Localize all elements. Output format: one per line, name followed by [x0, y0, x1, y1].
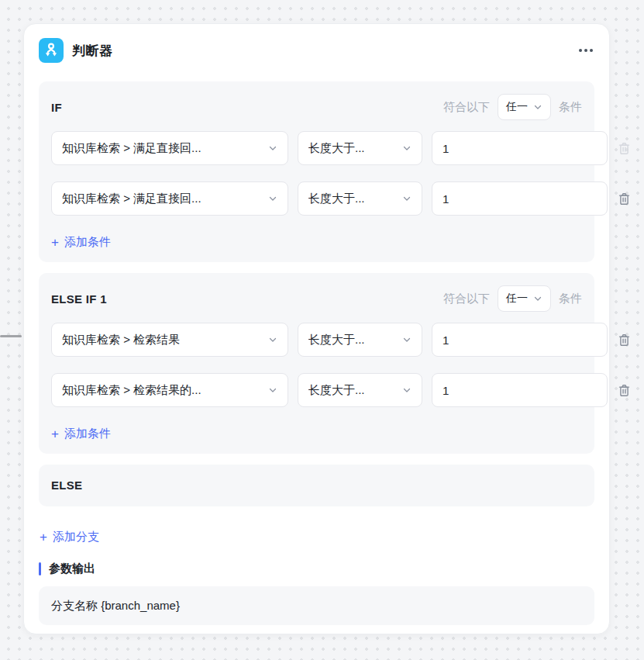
operator-select[interactable]: 长度大于...	[298, 181, 422, 216]
plus-icon: +	[51, 236, 59, 249]
match-prefix-label: 符合以下	[443, 292, 490, 306]
operator-select[interactable]: 长度大于...	[298, 131, 422, 165]
operator-select[interactable]: 长度大于...	[298, 373, 422, 407]
operator-select-value: 长度大于...	[308, 383, 396, 398]
chevron-down-icon	[402, 143, 412, 153]
variable-select-value: 知识库检索 > 满足直接回...	[62, 141, 262, 156]
branch-label: ELSE	[51, 479, 82, 492]
elseif-branch-head: ELSE IF 1 符合以下 任一 条件	[51, 285, 582, 312]
condition-node-card: 判断器 IF 符合以下 任一 条件 知识库检索 > 满足直接回...	[23, 23, 610, 634]
output-section-title: 参数输出	[49, 562, 95, 576]
match-logic-value: 任一	[506, 292, 528, 306]
value-input[interactable]	[432, 323, 608, 357]
plus-icon: +	[51, 427, 59, 441]
add-branch-link[interactable]: + 添加分支	[40, 530, 99, 544]
output-section-header: 参数输出	[39, 562, 594, 576]
variable-select-value: 知识库检索 > 检索结果的...	[62, 383, 262, 398]
node-header: 判断器	[39, 38, 594, 63]
chevron-down-icon	[268, 194, 277, 203]
variable-select[interactable]: 知识库检索 > 检索结果的...	[51, 373, 288, 407]
section-accent-bar	[39, 562, 41, 575]
chevron-down-icon	[402, 335, 412, 344]
plus-icon: +	[40, 530, 47, 544]
match-logic-value: 任一	[506, 100, 528, 114]
chevron-down-icon	[402, 194, 412, 203]
match-group: 符合以下 任一 条件	[443, 285, 582, 312]
chevron-down-icon	[268, 385, 277, 395]
chevron-down-icon	[268, 143, 277, 153]
trash-icon	[617, 192, 632, 206]
match-group: 符合以下 任一 条件	[443, 94, 582, 120]
value-input[interactable]	[432, 373, 608, 407]
branch-name-output-text: 分支名称 {branch_name}	[51, 599, 180, 613]
match-logic-select[interactable]: 任一	[498, 285, 551, 312]
match-logic-select[interactable]: 任一	[498, 94, 551, 120]
operator-select-value: 长度大于...	[308, 141, 396, 156]
edge-connector-line	[0, 335, 22, 337]
condition-row: 知识库检索 > 满足直接回... 长度大于...	[51, 131, 582, 165]
branch-label: ELSE IF 1	[51, 292, 107, 306]
add-condition-link[interactable]: + 添加条件	[51, 427, 111, 441]
chevron-down-icon	[533, 294, 542, 303]
value-input[interactable]	[432, 131, 608, 165]
trash-icon	[617, 383, 632, 398]
variable-select[interactable]: 知识库检索 > 满足直接回...	[51, 181, 288, 216]
else-branch-panel: ELSE	[39, 465, 594, 506]
branch-node-icon	[39, 38, 64, 63]
branch-label: IF	[51, 101, 62, 114]
trash-icon	[617, 333, 632, 347]
condition-row: 知识库检索 > 检索结果的... 长度大于...	[51, 373, 582, 407]
match-suffix-label: 条件	[559, 292, 582, 306]
trash-icon	[617, 141, 632, 156]
delete-condition-button[interactable]	[617, 192, 632, 206]
delete-condition-button[interactable]	[617, 141, 632, 156]
operator-select[interactable]: 长度大于...	[298, 323, 422, 357]
elseif-branch-panel: ELSE IF 1 符合以下 任一 条件 知识库检索 > 检索结果	[39, 273, 594, 454]
chevron-down-icon	[268, 335, 277, 344]
add-condition-link[interactable]: + 添加条件	[51, 235, 111, 250]
delete-condition-button[interactable]	[617, 383, 632, 398]
variable-select[interactable]: 知识库检索 > 检索结果	[51, 323, 288, 357]
node-title: 判断器	[72, 42, 113, 60]
if-branch-panel: IF 符合以下 任一 条件 知识库检索 > 满足直接回...	[39, 81, 594, 262]
chevron-down-icon	[402, 385, 412, 395]
more-options-icon[interactable]	[577, 44, 594, 57]
variable-select[interactable]: 知识库检索 > 满足直接回...	[51, 131, 288, 165]
value-input[interactable]	[432, 181, 608, 216]
operator-select-value: 长度大于...	[308, 333, 396, 347]
if-branch-head: IF 符合以下 任一 条件	[51, 94, 582, 120]
match-suffix-label: 条件	[559, 100, 582, 115]
add-branch-label: 添加分支	[53, 530, 99, 544]
condition-row: 知识库检索 > 满足直接回... 长度大于...	[51, 181, 582, 216]
operator-select-value: 长度大于...	[308, 192, 396, 206]
chevron-down-icon	[533, 102, 542, 112]
add-condition-label: 添加条件	[64, 427, 111, 441]
variable-select-value: 知识库检索 > 满足直接回...	[62, 192, 262, 206]
add-condition-label: 添加条件	[64, 235, 111, 250]
condition-row: 知识库检索 > 检索结果 长度大于...	[51, 323, 582, 357]
delete-condition-button[interactable]	[617, 333, 632, 347]
match-prefix-label: 符合以下	[443, 100, 490, 115]
variable-select-value: 知识库检索 > 检索结果	[62, 333, 262, 347]
branch-name-output-row: 分支名称 {branch_name}	[39, 586, 594, 625]
